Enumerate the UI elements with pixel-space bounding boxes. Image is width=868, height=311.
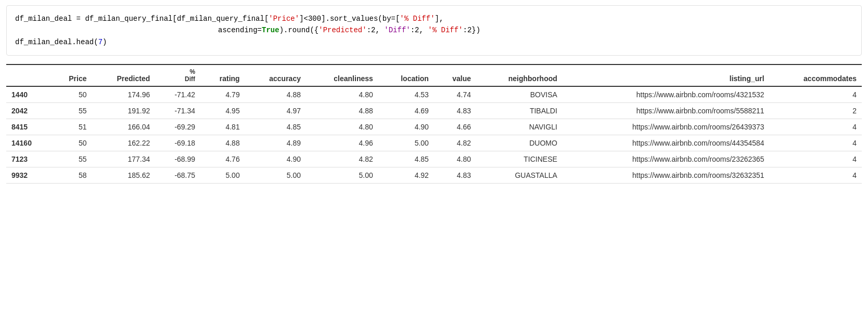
cell-value: 4.80 <box>434 151 476 167</box>
code-span: '% Diff' <box>400 15 435 23</box>
code-span: = <box>72 15 85 23</box>
cell-predicted: 166.04 <box>92 119 156 135</box>
cell-rating: 4.88 <box>200 135 245 151</box>
cell-cleanliness: 4.88 <box>306 103 378 119</box>
cell-neighborhood: TIBALDI <box>476 103 563 119</box>
cell-price: 50 <box>51 86 92 103</box>
table-body: 144050174.96-71.424.794.884.804.534.74BO… <box>6 86 862 184</box>
cell-predicted: 191.92 <box>92 103 156 119</box>
cell-rating: 4.76 <box>200 151 245 167</box>
code-span: [ <box>172 15 176 23</box>
cell-value: 4.83 <box>434 167 476 184</box>
cell-rating: 4.79 <box>200 86 245 103</box>
cell-neighborhood: NAVIGLI <box>476 119 563 135</box>
cell-neighborhood: BOVISA <box>476 86 563 103</box>
cell-pct_diff: -69.29 <box>155 119 200 135</box>
code-span: df_milan_deal <box>15 15 72 23</box>
code-span: 'Predicted' <box>318 26 366 34</box>
cell-index: 8415 <box>6 119 51 135</box>
cell-neighborhood: DUOMO <box>476 135 563 151</box>
code-span: True <box>262 26 279 34</box>
cell-accommodates: 4 <box>770 151 862 167</box>
cell-listing_url: https://www.airbnb.com/rooms/4321532 <box>563 86 770 103</box>
cell-predicted: 185.62 <box>92 167 156 184</box>
th-neighborhood: neighborhood <box>476 64 563 86</box>
table-header-row: Price Predicted %Diff rating accuracy cl… <box>6 64 862 86</box>
data-table-container: Price Predicted %Diff rating accuracy cl… <box>6 64 862 184</box>
code-span: '% Diff' <box>428 26 463 34</box>
cell-cleanliness: 4.96 <box>306 135 378 151</box>
cell-accuracy: 4.88 <box>245 86 306 103</box>
th-value: value <box>434 64 476 86</box>
cell-cleanliness: 4.82 <box>306 151 378 167</box>
cell-price: 58 <box>51 167 92 184</box>
cell-rating: 5.00 <box>200 167 245 184</box>
code-cell: df_milan_deal = df_milan_query_final[df_… <box>6 5 862 56</box>
table-row: 1416050162.22-69.184.884.894.965.004.82D… <box>6 135 862 151</box>
code-span: ], <box>435 15 444 23</box>
cell-pct_diff: -71.42 <box>155 86 200 103</box>
data-table: Price Predicted %Diff rating accuracy cl… <box>6 64 862 184</box>
cell-predicted: 177.34 <box>92 151 156 167</box>
cell-neighborhood: TICINESE <box>476 151 563 167</box>
cell-value: 4.82 <box>434 135 476 151</box>
cell-listing_url: https://www.airbnb.com/rooms/44354584 <box>563 135 770 151</box>
code-span: :2, <box>411 26 428 34</box>
cell-price: 51 <box>51 119 92 135</box>
code-span: df_milan_deal.head( <box>15 38 98 46</box>
cell-predicted: 174.96 <box>92 86 156 103</box>
code-line-2: ascending=True).round({'Predicted':2, 'D… <box>15 24 853 36</box>
th-pct-diff: %Diff <box>155 64 200 86</box>
cell-accuracy: 4.89 <box>245 135 306 151</box>
cell-value: 4.66 <box>434 119 476 135</box>
cell-pct_diff: -68.75 <box>155 167 200 184</box>
cell-pct_diff: -71.34 <box>155 103 200 119</box>
cell-index: 9932 <box>6 167 51 184</box>
code-span: ]<300].sort_values(by=[ <box>299 15 400 23</box>
cell-index: 7123 <box>6 151 51 167</box>
code-span: 'Diff' <box>384 26 410 34</box>
code-span: ).round({ <box>279 26 319 34</box>
th-index <box>6 64 51 86</box>
cell-accommodates: 4 <box>770 86 862 103</box>
code-span: df_milan_query_final <box>85 15 172 23</box>
cell-cleanliness: 4.80 <box>306 119 378 135</box>
cell-rating: 4.81 <box>200 119 245 135</box>
cell-accommodates: 4 <box>770 167 862 184</box>
table-row: 993258185.62-68.755.005.005.004.924.83GU… <box>6 167 862 184</box>
cell-price: 50 <box>51 135 92 151</box>
code-span: :2}) <box>463 26 481 34</box>
cell-index: 2042 <box>6 103 51 119</box>
cell-listing_url: https://www.airbnb.com/rooms/23262365 <box>563 151 770 167</box>
cell-index: 1440 <box>6 86 51 103</box>
table-row: 841551166.04-69.294.814.854.804.904.66NA… <box>6 119 862 135</box>
cell-listing_url: https://www.airbnb.com/rooms/26439373 <box>563 119 770 135</box>
th-accommodates: accommodates <box>770 64 862 86</box>
cell-accuracy: 4.85 <box>245 119 306 135</box>
cell-predicted: 162.22 <box>92 135 156 151</box>
cell-accommodates: 4 <box>770 119 862 135</box>
cell-accommodates: 4 <box>770 135 862 151</box>
code-span: ascending= <box>218 26 262 34</box>
cell-location: 4.85 <box>378 151 434 167</box>
th-price: Price <box>51 64 92 86</box>
th-cleanliness: cleanliness <box>306 64 378 86</box>
th-location: location <box>378 64 434 86</box>
cell-accommodates: 2 <box>770 103 862 119</box>
th-listing-url: listing_url <box>563 64 770 86</box>
cell-location: 4.90 <box>378 119 434 135</box>
cell-listing_url: https://www.airbnb.com/rooms/32632351 <box>563 167 770 184</box>
cell-cleanliness: 4.80 <box>306 86 378 103</box>
cell-accuracy: 5.00 <box>245 167 306 184</box>
cell-neighborhood: GUASTALLA <box>476 167 563 184</box>
cell-accuracy: 4.97 <box>245 103 306 119</box>
cell-location: 4.69 <box>378 103 434 119</box>
code-line-3: df_milan_deal.head(7) <box>15 36 853 48</box>
code-span: ) <box>103 38 107 46</box>
cell-index: 14160 <box>6 135 51 151</box>
cell-price: 55 <box>51 103 92 119</box>
table-row: 712355177.34-68.994.764.904.824.854.80TI… <box>6 151 862 167</box>
th-rating: rating <box>200 64 245 86</box>
cell-price: 55 <box>51 151 92 167</box>
th-predicted: Predicted <box>92 64 156 86</box>
